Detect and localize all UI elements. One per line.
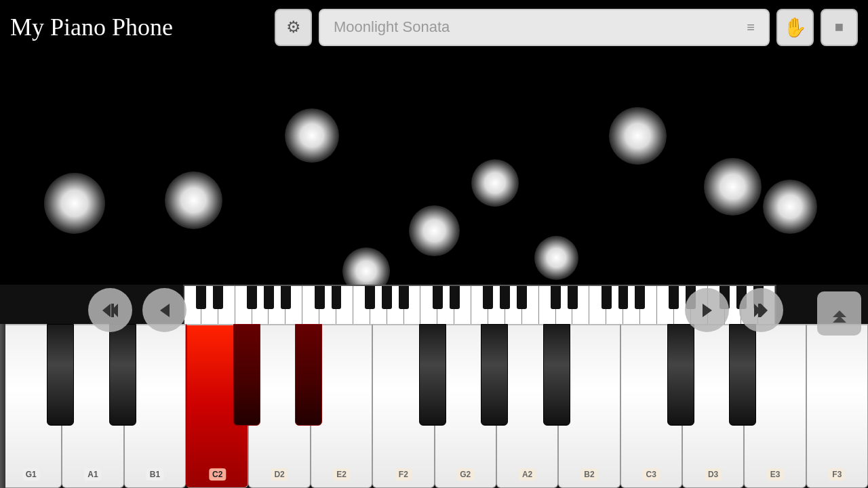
black-key-c-3[interactable] — [667, 324, 694, 426]
settings-button[interactable]: ⚙ — [275, 9, 312, 46]
black-keys-overlay — [0, 324, 868, 429]
glow-note — [704, 158, 762, 216]
app-logo: My Piano Phone — [10, 13, 268, 41]
key-label-e3: E3 — [767, 468, 784, 481]
stop-button[interactable]: ■ — [821, 9, 858, 46]
black-key-f-2-gb2[interactable] — [419, 324, 446, 426]
glow-note — [763, 180, 817, 234]
glow-note — [165, 171, 222, 229]
glow-note — [44, 173, 105, 234]
stop-icon: ■ — [835, 18, 844, 36]
key-label-a1: A1 — [84, 468, 101, 481]
song-name: Moonlight Sonata — [334, 18, 450, 36]
settings-icon: ⚙ — [286, 18, 301, 37]
key-label-g1: G1 — [22, 468, 40, 481]
forward-button[interactable] — [685, 288, 729, 332]
hand-button[interactable]: ✋ — [776, 9, 814, 46]
glow-note — [342, 247, 390, 285]
glow-note — [409, 205, 460, 256]
svg-marker-6 — [761, 304, 768, 317]
glow-note — [471, 159, 519, 207]
hand-icon: ✋ — [783, 16, 807, 39]
black-key-ab1-g-1[interactable] — [47, 324, 74, 426]
black-key-c-2-db2[interactable] — [233, 324, 260, 426]
key-label-c2: C2 — [209, 468, 226, 481]
key-label-f3: F3 — [829, 468, 845, 481]
key-label-c3: C3 — [643, 468, 660, 481]
svg-marker-0 — [102, 304, 111, 317]
glow-note — [534, 236, 578, 280]
up-button[interactable] — [817, 291, 861, 336]
piano-key-f3[interactable]: F3 — [806, 324, 868, 488]
key-label-d2: D2 — [271, 468, 288, 481]
nav-controls — [0, 288, 868, 332]
svg-marker-4 — [703, 304, 712, 317]
menu-icon: ≡ — [747, 20, 755, 35]
black-key-a-2-bb2[interactable] — [543, 324, 570, 426]
back-button[interactable] — [142, 288, 186, 332]
key-label-f2: F2 — [395, 468, 412, 481]
svg-marker-3 — [160, 304, 170, 317]
black-key-d-2-eb2[interactable] — [295, 324, 322, 426]
piano-section: G1A1B1C2D2E2F2G2A2B2C3D3E3F3 — [0, 285, 868, 488]
glow-note — [285, 108, 339, 163]
key-label-e2: E2 — [333, 468, 350, 481]
black-key-g-2-ab2[interactable] — [481, 324, 508, 426]
black-key-bb1-a-1[interactable] — [109, 324, 136, 426]
main-piano: G1A1B1C2D2E2F2G2A2B2C3D3E3F3 — [0, 324, 868, 488]
song-selector[interactable]: Moonlight Sonata ≡ — [319, 9, 770, 46]
fast-forward-button[interactable] — [739, 288, 783, 332]
glow-note — [609, 107, 667, 165]
rewind-button[interactable] — [88, 288, 132, 332]
note-area — [0, 54, 868, 285]
key-label-b1: B1 — [146, 468, 163, 481]
header: My Piano Phone ⚙ Moonlight Sonata ≡ ✋ ■ — [0, 0, 868, 54]
black-key-d-3[interactable] — [729, 324, 756, 426]
key-label-a2: A2 — [519, 468, 536, 481]
key-label-g2: G2 — [456, 468, 474, 481]
piano-left-edge — [0, 324, 5, 488]
key-label-b2: B2 — [580, 468, 597, 481]
svg-rect-7 — [758, 304, 761, 317]
key-label-d3: D3 — [705, 468, 722, 481]
